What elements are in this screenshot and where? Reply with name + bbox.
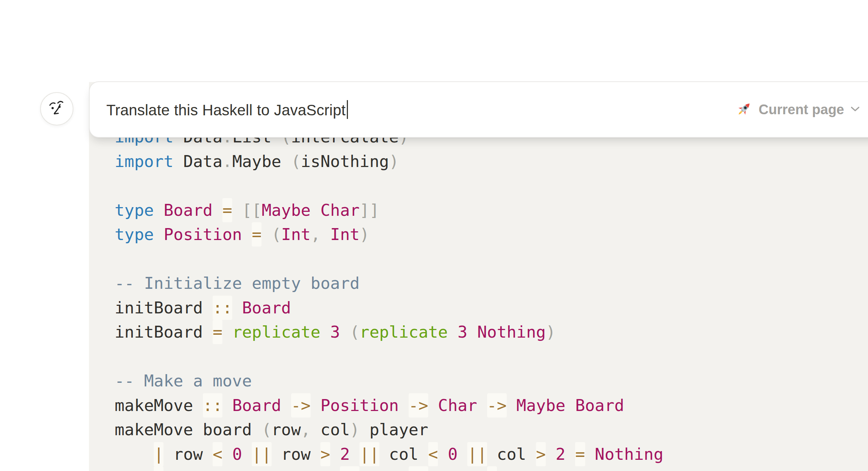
haskell-code[interactable]: import Data.List (intercalate)import Dat… xyxy=(115,125,663,471)
code-line: | row < 0 || row > 2 || col < 0 || col >… xyxy=(115,442,663,467)
code-line: type Position = (Int, Int) xyxy=(115,222,663,247)
rocket-icon xyxy=(736,100,753,119)
prompt-input-text: Translate this Haskell to JavaScript xyxy=(106,102,346,119)
code-line xyxy=(115,174,663,198)
ai-face-icon xyxy=(48,99,66,119)
chevron-down-icon xyxy=(850,106,860,114)
page: import Data.List (intercalate)import Dat… xyxy=(0,0,868,471)
scope-label: Current page xyxy=(759,102,844,117)
context-scope-dropdown[interactable]: Current page xyxy=(736,100,860,119)
code-line: -- Initialize empty board xyxy=(115,271,663,296)
code-line: initBoard :: Board xyxy=(115,296,663,320)
code-line: makeMove board (row, col) player xyxy=(115,418,663,442)
text-cursor xyxy=(347,100,348,119)
code-line: type Board = [[Maybe Char]] xyxy=(115,198,663,223)
code-line xyxy=(115,247,663,271)
code-block[interactable]: import Data.List (intercalate)import Dat… xyxy=(89,82,868,471)
code-line: -- Make a move xyxy=(115,369,663,393)
code-line: | isNothing (board !! row !! col) = Just… xyxy=(115,466,663,471)
code-line xyxy=(115,344,663,369)
code-line: import Data.Maybe (isNothing) xyxy=(115,149,663,174)
notion-ai-face-button[interactable] xyxy=(40,92,73,125)
prompt-input[interactable]: Translate this Haskell to JavaScript xyxy=(106,100,348,119)
ai-prompt-bar: Translate this Haskell to JavaScript xyxy=(89,81,868,138)
code-line: makeMove :: Board -> Position -> Char ->… xyxy=(115,393,663,418)
code-line: initBoard = replicate 3 (replicate 3 Not… xyxy=(115,320,663,344)
